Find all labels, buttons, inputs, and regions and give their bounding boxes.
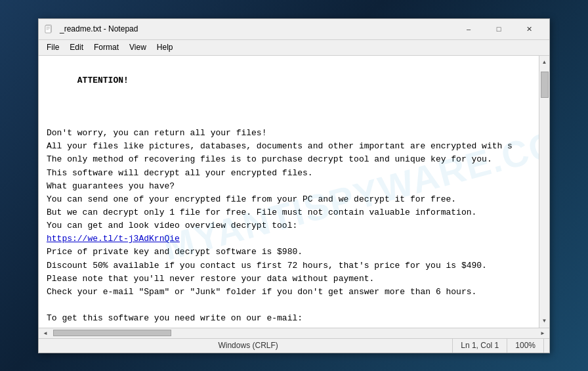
encoding-status: Windows (CRLF) (44, 339, 453, 353)
menu-edit[interactable]: Edit (64, 41, 89, 53)
zoom-status: 100% (507, 339, 544, 353)
title-bar: _readme.txt - Notepad – □ ✕ (39, 19, 549, 40)
notepad-icon (44, 24, 54, 34)
menu-file[interactable]: File (41, 41, 64, 53)
position-status: Ln 1, Col 1 (453, 339, 507, 353)
scroll-down-arrow[interactable]: ▼ (539, 316, 550, 326)
price-full: $980 (277, 247, 297, 257)
editor-area: ATTENTION! Don't worry, you can return a… (39, 56, 549, 328)
menu-format[interactable]: Format (89, 41, 124, 53)
close-button[interactable]: ✕ (514, 18, 544, 39)
window-title: _readme.txt - Notepad (60, 24, 453, 33)
scroll-track-horizontal[interactable] (51, 329, 537, 337)
menu-view[interactable]: View (124, 41, 152, 53)
horizontal-scrollbar[interactable]: ◄ ► (39, 328, 549, 338)
notepad-window: _readme.txt - Notepad – □ ✕ File Edit Fo… (38, 18, 550, 353)
email-primary: admin@helpdata.top (47, 326, 138, 327)
scroll-thumb-horizontal[interactable] (53, 330, 171, 336)
vertical-scrollbar[interactable]: ▲ ▼ (539, 56, 549, 328)
menu-bar: File Edit Format View Help (39, 40, 549, 56)
url-link[interactable]: https://we.tl/t-j3AdKrnQie (47, 234, 180, 244)
minimize-button[interactable]: – (453, 18, 484, 39)
attention-heading: ATTENTION! (77, 76, 129, 85)
bottom-area: ◄ ► Windows (CRLF) Ln 1, Col 1 100% (39, 328, 549, 353)
text-editor[interactable]: ATTENTION! Don't worry, you can return a… (39, 56, 539, 328)
menu-help[interactable]: Help (152, 41, 178, 53)
watermark: MYANTISPYWARE.COM (157, 107, 539, 276)
scroll-track-vertical[interactable] (540, 69, 549, 315)
scroll-left-arrow[interactable]: ◄ (40, 328, 51, 338)
window-controls: – □ ✕ (453, 18, 544, 39)
scroll-right-arrow[interactable]: ► (537, 328, 548, 338)
maximize-button[interactable]: □ (484, 18, 514, 39)
scroll-up-arrow[interactable]: ▲ (539, 57, 550, 68)
status-bar: Windows (CRLF) Ln 1, Col 1 100% (39, 338, 549, 353)
scroll-thumb-vertical[interactable] (541, 72, 549, 98)
